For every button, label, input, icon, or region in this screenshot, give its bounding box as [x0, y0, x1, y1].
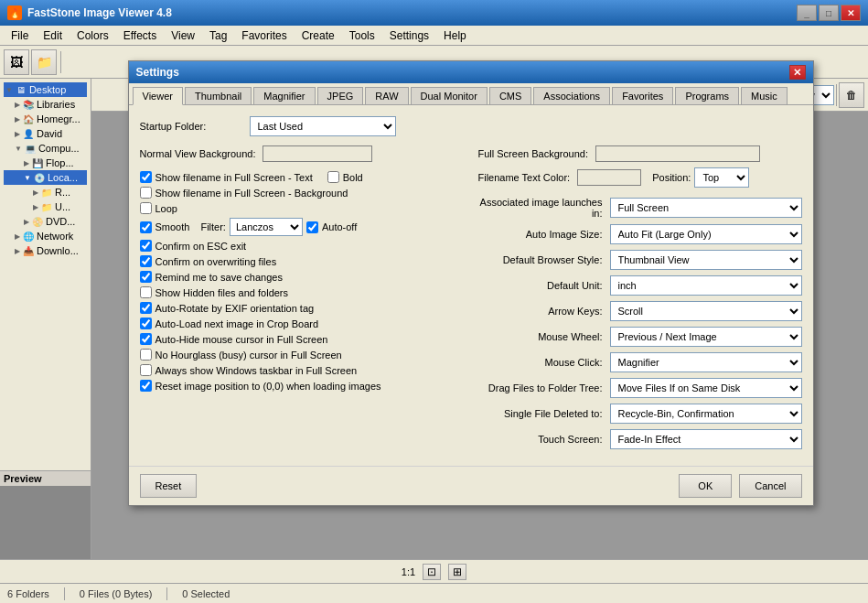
tab-jpeg[interactable]: JPEG: [317, 87, 364, 104]
tab-programs[interactable]: Programs: [675, 87, 739, 104]
expand-icon: ▶: [15, 247, 20, 255]
maximize-button[interactable]: □: [819, 5, 839, 21]
zoom-fit-btn[interactable]: ⊡: [423, 564, 441, 580]
tree-item-dvd[interactable]: ▶ 📀 DVD...: [4, 214, 87, 229]
tree-item-david[interactable]: ▶ 👤 David: [4, 126, 87, 141]
title-bar: 🔥 FastStone Image Viewer 4.8 _ □ ✕: [0, 0, 868, 26]
tab-viewer[interactable]: Viewer: [133, 87, 183, 105]
tree-label: Libraries: [37, 99, 75, 110]
label-drag-files: Drag Files to Folder Tree:: [478, 382, 610, 393]
select-associated[interactable]: Full Screen: [610, 198, 802, 218]
tree-item-u[interactable]: ▶ 📁 U...: [4, 199, 87, 214]
close-button[interactable]: ✕: [841, 5, 861, 21]
bottom-toolbar: 1:1 ⊡ ⊞: [0, 559, 868, 583]
cb-crop[interactable]: [140, 318, 152, 329]
cb-esc[interactable]: [140, 240, 152, 252]
menu-settings[interactable]: Settings: [382, 27, 436, 44]
cb-bold[interactable]: [327, 171, 339, 183]
menu-create[interactable]: Create: [295, 27, 342, 44]
select-arrow-keys[interactable]: Scroll: [610, 301, 802, 321]
menu-effects[interactable]: Effects: [116, 27, 164, 44]
menu-tools[interactable]: Tools: [342, 27, 382, 44]
tree-item-libraries[interactable]: ▶ 📚 Libraries: [4, 97, 87, 112]
select-unit[interactable]: inch: [610, 275, 802, 296]
tab-dual-monitor[interactable]: Dual Monitor: [411, 87, 488, 104]
menu-bar: File Edit Colors Effects View Tag Favori…: [0, 26, 868, 46]
tree-item-downloads[interactable]: ▶ 📥 Downlo...: [4, 243, 87, 258]
tree-item-desktop[interactable]: ▼ 🖥 Desktop: [4, 82, 87, 97]
menu-file[interactable]: File: [4, 27, 36, 44]
tree-item-floppy[interactable]: ▶ 💾 Flop...: [4, 156, 87, 170]
tree-item-homegroup[interactable]: ▶ 🏠 Homegr...: [4, 112, 87, 126]
folders-count: 6 Folders: [7, 588, 49, 599]
cb-save[interactable]: [140, 271, 152, 283]
check-overwrite: Confirm on overwriting files: [140, 255, 464, 267]
cb-hidden[interactable]: [140, 286, 152, 298]
fullscreen-bg-color[interactable]: [595, 145, 760, 162]
cb-smooth[interactable]: [140, 221, 152, 233]
label-mouse-click: Mouse Click:: [478, 357, 610, 368]
select-auto-size[interactable]: Auto Fit (Large Only): [610, 224, 802, 244]
tree-label: Downlo...: [37, 245, 79, 256]
ctrl-browser-style: Thumbnail View: [610, 250, 802, 270]
cb-loop[interactable]: [140, 202, 152, 214]
menu-edit[interactable]: Edit: [36, 27, 70, 44]
expand-icon: ▼: [5, 86, 13, 94]
row-mouse-wheel: Mouse Wheel: Previous / Next Image: [478, 327, 802, 347]
check-exif: Auto-Rotate by EXIF orientation tag: [140, 302, 464, 314]
select-mouse-wheel[interactable]: Previous / Next Image: [610, 327, 802, 347]
tree-label: Flop...: [46, 157, 74, 168]
cb-reset-pos[interactable]: [140, 380, 152, 392]
folder-tree[interactable]: ▼ 🖥 Desktop ▶ 📚 Libraries ▶ 🏠 Homegr... …: [0, 79, 91, 470]
minimize-button[interactable]: _: [797, 5, 817, 21]
label-mouse-wheel: Mouse Wheel:: [478, 331, 610, 342]
select-touch[interactable]: Fade-In Effect: [610, 429, 802, 449]
menu-favorites[interactable]: Favorites: [234, 27, 294, 44]
select-mouse-click[interactable]: Magnifier: [610, 352, 802, 372]
cb-cursor[interactable]: [140, 333, 152, 345]
normal-bg-label: Normal View Background:: [140, 148, 256, 159]
select-browser-style[interactable]: Thumbnail View: [610, 250, 802, 270]
tab-thumbnail[interactable]: Thumbnail: [185, 87, 252, 104]
tree-item-computer[interactable]: ▼ 💻 Compu...: [4, 141, 87, 156]
cb-reset-pos-label: Reset image position to (0,0) when loadi…: [155, 381, 381, 392]
ok-button[interactable]: OK: [679, 474, 732, 498]
cb-filename-bg[interactable]: [140, 187, 152, 199]
filename-color-box[interactable]: [577, 169, 641, 186]
cb-taskbar[interactable]: [140, 364, 152, 376]
tree-item-r[interactable]: ▶ 📁 R...: [4, 185, 87, 199]
select-drag-files[interactable]: Move Files If on Same Disk: [610, 378, 802, 398]
tree-item-local[interactable]: ▼ 💿 Loca...: [4, 170, 87, 185]
tab-music[interactable]: Music: [741, 87, 788, 104]
check-smooth: Smooth Filter: Lanczos Auto-off: [140, 218, 464, 236]
selected-count: 0 Selected: [182, 588, 230, 599]
cb-filename-text[interactable]: [140, 171, 152, 183]
reset-button[interactable]: Reset: [140, 474, 198, 498]
tab-cms[interactable]: CMS: [489, 87, 531, 104]
tab-raw[interactable]: RAW: [365, 87, 408, 104]
toolbar-btn-2[interactable]: 📁: [31, 49, 57, 75]
startup-folder-select[interactable]: Last Used: [250, 116, 396, 136]
tab-associations[interactable]: Associations: [533, 87, 610, 104]
menu-view[interactable]: View: [164, 27, 202, 44]
position-select[interactable]: Top: [694, 167, 749, 188]
cb-exif[interactable]: [140, 302, 152, 314]
zoom-actual-btn[interactable]: ⊞: [448, 564, 466, 580]
cb-hourglass[interactable]: [140, 349, 152, 361]
tab-favorites[interactable]: Favorites: [612, 87, 673, 104]
cb-overwrite[interactable]: [140, 255, 152, 267]
tab-magnifier[interactable]: Magnifier: [253, 87, 315, 104]
cb-auto-off[interactable]: [306, 221, 318, 233]
row-single-delete: Single File Deleted to: Recycle-Bin, Con…: [478, 404, 802, 424]
dialog-close-button[interactable]: ✕: [789, 65, 806, 80]
delete-btn[interactable]: 🗑: [839, 82, 864, 108]
cancel-button[interactable]: Cancel: [739, 474, 801, 498]
tree-item-network[interactable]: ▶ 🌐 Network: [4, 229, 87, 243]
menu-help[interactable]: Help: [436, 27, 474, 44]
select-single-delete[interactable]: Recycle-Bin, Confirmation: [610, 404, 802, 424]
menu-tag[interactable]: Tag: [202, 27, 234, 44]
menu-colors[interactable]: Colors: [70, 27, 116, 44]
toolbar-btn-1[interactable]: 🖼: [4, 49, 29, 75]
filter-select[interactable]: Lanczos: [230, 218, 303, 236]
normal-bg-color[interactable]: [263, 145, 372, 162]
